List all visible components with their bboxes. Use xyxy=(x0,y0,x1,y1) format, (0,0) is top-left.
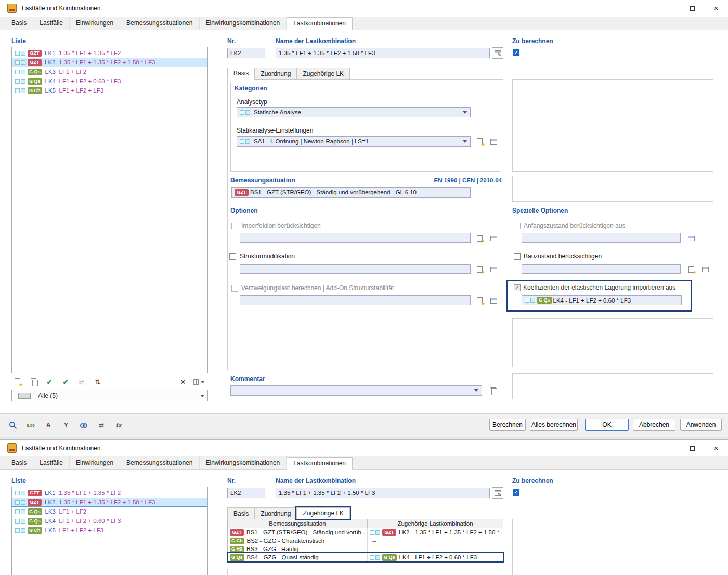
verzweigungslast-checkbox[interactable] xyxy=(231,285,238,292)
units-icon[interactable]: A xyxy=(42,419,55,432)
tree-filter-icon[interactable]: Y xyxy=(59,419,73,432)
tab-bemessungssituationen[interactable]: Bemessungssituationen xyxy=(120,456,199,469)
detail-tab-zugehoerige-lk[interactable]: Zugehörige LK xyxy=(296,507,350,519)
anwenden-button[interactable]: Anwenden xyxy=(680,419,722,431)
table-row-bs4[interactable]: G QsBS4 - GZG - Quasi-ständig G QsLK4 - … xyxy=(228,553,503,561)
tab-basis[interactable]: Basis xyxy=(5,456,33,469)
copy-kommentar-button[interactable] xyxy=(487,385,498,396)
bauzustand-checkbox[interactable] xyxy=(514,253,521,260)
nr-input[interactable]: LK2 xyxy=(227,488,265,498)
tab-lastfaelle[interactable]: Lastfälle xyxy=(33,17,70,30)
edit-imperfektion-button[interactable] xyxy=(488,233,499,243)
analysetyp-select[interactable]: Statische Analyse xyxy=(237,107,471,117)
edit-verzweigungslast-button[interactable] xyxy=(488,295,499,306)
link-icon[interactable] xyxy=(77,419,90,432)
new-verzweigungslast-button[interactable]: ★ xyxy=(474,295,485,306)
kommentar-select[interactable] xyxy=(230,385,482,396)
statikanalyse-select[interactable]: SA1 - I. Ordnung | Newton-Raphson | LS=1 xyxy=(237,136,471,147)
search-icon[interactable] xyxy=(6,419,20,432)
detail-tab-zuordnung[interactable]: Zuordnung xyxy=(254,507,296,519)
tab-lastfaelle[interactable]: Lastfälle xyxy=(33,456,70,469)
maximize-button[interactable] xyxy=(680,0,704,17)
relations-icon[interactable]: ⇄ xyxy=(95,419,108,432)
strukturmodifikation-checkbox[interactable] xyxy=(229,253,236,260)
name-input[interactable]: 1.35 * LF1 + 1.35 * LF2 + 1.50 * LF3 xyxy=(276,488,490,498)
col-header-bemessungssituation[interactable]: Bemessungssituation xyxy=(228,519,368,528)
list-item-lk5[interactable]: G Ch LK5 LF1 + LF2 + LF3 xyxy=(12,86,207,95)
title-bar[interactable]: Lastfälle und Kombinationen – × xyxy=(0,440,728,456)
new-imperfektion-button[interactable]: ★ xyxy=(474,233,485,243)
check-all-icon[interactable]: ✔ xyxy=(60,376,71,387)
check-edit-icon[interactable]: ✔ xyxy=(44,376,55,387)
sort-icon[interactable]: ⇅ xyxy=(92,376,103,387)
detail-tab-zugehoerige-lk[interactable]: Zugehörige LK xyxy=(296,68,350,80)
strukturmodifikation-input[interactable] xyxy=(240,264,471,274)
edit-bauzustand-button[interactable] xyxy=(699,264,711,275)
list-item-lk2-selected[interactable]: GZT LK2 1.35 * LF1 + 1.35 * LF2 + 1.50 *… xyxy=(12,498,207,507)
lk-text: -- xyxy=(372,538,376,544)
ok-button[interactable]: OK xyxy=(585,419,629,431)
new-combination-icon[interactable]: ★ xyxy=(11,376,23,387)
imperfektion-input[interactable] xyxy=(240,233,471,243)
verzweigungslast-input[interactable] xyxy=(240,295,471,305)
delete-icon[interactable]: ✕ xyxy=(177,376,189,387)
list-item-lk3[interactable]: G Qs LK3 LF1 + LF2 xyxy=(12,67,207,76)
calc-checkbox[interactable]: ✔ xyxy=(513,49,519,56)
copy-combination-icon[interactable] xyxy=(28,376,39,387)
new-strukturmodifikation-button[interactable]: ★ xyxy=(474,264,485,275)
koeffizienten-field[interactable]: G Qs LK4 - LF1 + LF2 + 0.60 * LF3 xyxy=(522,295,682,305)
anfangszustand-input[interactable] xyxy=(522,233,681,243)
nr-input[interactable]: LK2 xyxy=(227,48,265,58)
anfangszustand-checkbox[interactable] xyxy=(514,223,521,229)
calc-checkbox[interactable]: ✔ xyxy=(513,489,519,496)
list-item-lk5[interactable]: G Ch LK5 LF1 + LF2 + LF3 xyxy=(12,526,207,535)
table-row-bs1[interactable]: GZTBS1 - GZT (STR/GEO) - Ständig und vor… xyxy=(228,528,503,537)
columns-icon[interactable] xyxy=(193,376,205,387)
list-item-lk4[interactable]: G Qs LK4 LF1 + LF2 + 0.60 * LF3 xyxy=(12,76,207,86)
minimize-button[interactable]: – xyxy=(656,0,680,17)
table-row-bs2[interactable]: G ChBS2 - GZG - Charakteristisch -- xyxy=(228,537,503,545)
minimize-button[interactable]: – xyxy=(656,440,680,456)
list-filter-dropdown[interactable]: Alle (5) xyxy=(11,390,208,401)
formula-icon[interactable]: fx xyxy=(112,419,126,432)
list-item-lk4[interactable]: G Qs LK4 LF1 + LF2 + 0.60 * LF3 xyxy=(12,516,207,526)
list-item-lk1[interactable]: GZT LK1 1.35 * LF1 + 1.35 * LF2 xyxy=(12,488,207,498)
decimal-places-icon[interactable]: 0,00 xyxy=(24,419,37,432)
new-bauzustand-button[interactable]: ★ xyxy=(685,264,697,275)
tab-bemessungssituationen[interactable]: Bemessungssituationen xyxy=(120,17,199,30)
detail-tab-basis[interactable]: Basis xyxy=(227,507,254,519)
imperfektion-checkbox[interactable] xyxy=(231,223,238,229)
alles-berechnen-button[interactable]: Alles berechnen xyxy=(530,419,578,431)
tab-einwirkungskombinationen[interactable]: Einwirkungskombinationen xyxy=(200,456,287,469)
detail-tab-zuordnung[interactable]: Zuordnung xyxy=(254,68,296,80)
col-header-zugehoerige-lastkombination[interactable]: Zugehörige Lastkombination xyxy=(368,519,503,528)
tab-einwirkungen[interactable]: Einwirkungen xyxy=(70,17,120,30)
list-item-lk1[interactable]: GZT LK1 1.35 * LF1 + 1.35 * LF2 xyxy=(12,48,207,58)
bemessungssituation-field[interactable]: GZT BS1 - GZT (STR/GEO) - Ständig und vo… xyxy=(231,187,471,198)
title-bar[interactable]: Lastfälle und Kombinationen – × xyxy=(0,0,728,17)
name-input[interactable]: 1.35 * LF1 + 1.35 * LF2 + 1.50 * LF3 xyxy=(276,48,490,58)
tab-einwirkungen[interactable]: Einwirkungen xyxy=(70,456,120,469)
new-analysis-settings-button[interactable]: ★ xyxy=(474,136,485,147)
close-button[interactable]: × xyxy=(704,440,728,456)
edit-anfangszustand-button[interactable] xyxy=(685,233,697,243)
table-row-bs3[interactable]: G HäBS3 - GZG - Häufig -- xyxy=(228,545,503,553)
tab-lastkombinationen[interactable]: Lastkombinationen xyxy=(287,457,353,470)
rename-button[interactable]: ✎ xyxy=(492,487,503,499)
tab-einwirkungskombinationen[interactable]: Einwirkungskombinationen xyxy=(200,17,287,30)
tab-basis[interactable]: Basis xyxy=(5,17,33,30)
renumber-icon[interactable]: ⇄ xyxy=(76,376,87,387)
close-button[interactable]: × xyxy=(704,0,728,17)
edit-analysis-settings-button[interactable] xyxy=(488,136,499,147)
edit-strukturmodifikation-button[interactable] xyxy=(488,264,499,275)
list-item-lk3[interactable]: G Qs LK3 LF1 + LF2 xyxy=(12,507,207,516)
list-item-lk2-selected[interactable]: GZT LK2 1.35 * LF1 + 1.35 * LF2 + 1.50 *… xyxy=(12,58,207,67)
tab-lastkombinationen[interactable]: Lastkombinationen xyxy=(287,17,353,30)
abbrechen-button[interactable]: Abbrechen xyxy=(633,419,675,431)
rename-button[interactable]: ✎ xyxy=(492,47,503,59)
koeffizienten-checkbox[interactable]: ✔ xyxy=(514,284,521,291)
bauzustand-input[interactable] xyxy=(522,264,681,274)
detail-tab-basis[interactable]: Basis xyxy=(227,68,254,80)
maximize-button[interactable] xyxy=(680,440,704,456)
berechnen-button[interactable]: Berechnen xyxy=(489,419,526,431)
